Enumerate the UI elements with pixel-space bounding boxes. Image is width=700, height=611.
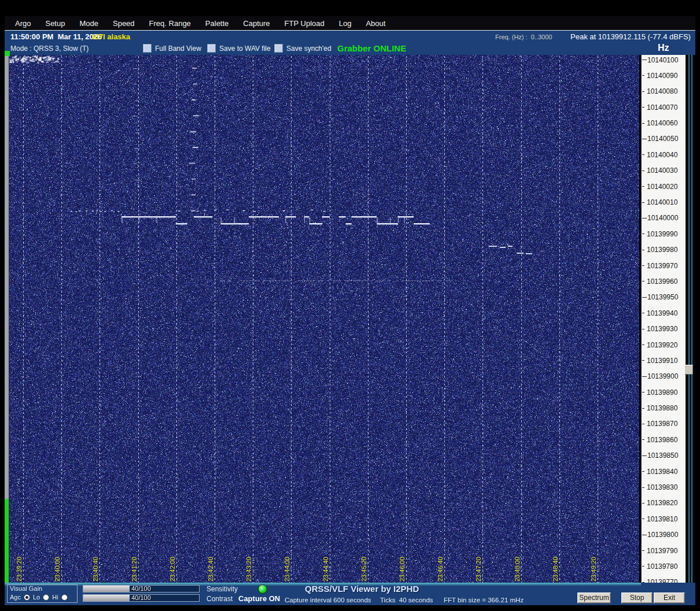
freq-axis-label: 10140040: [642, 151, 677, 158]
save-to-wav-checkbox[interactable]: [207, 44, 216, 53]
time-axis-label: 23:41:20: [131, 557, 138, 582]
full-band-view-checkbox[interactable]: [143, 44, 152, 53]
freq-axis-label: 10139990: [642, 230, 677, 238]
freq-tick: [642, 265, 644, 266]
menu-argo[interactable]: Argo: [15, 19, 31, 28]
grabber-online-status: Grabber ONLINE: [337, 43, 406, 53]
freq-tick: [642, 519, 644, 519]
freq-tick: [642, 154, 644, 155]
freq-axis-label: 10140000: [642, 214, 678, 222]
freq-tick: [642, 313, 644, 313]
freq-axis-label: 10139910: [642, 357, 677, 364]
save-synched-label: Save synch'ed: [286, 45, 331, 53]
menu-about[interactable]: About: [366, 19, 385, 28]
freq-tick: [642, 439, 644, 440]
freq-axis-label: 10139830: [642, 484, 677, 491]
freq-axis-label: 10139840: [642, 468, 677, 475]
visual-gain-title: Visual Gain: [10, 585, 42, 592]
freq-axis-label: 10139850: [642, 452, 678, 460]
freq-tick: [642, 424, 644, 424]
mode-row: Mode : QRSS 3, Slow (T) Full Band View S…: [5, 42, 695, 55]
freq-axis-label: 10139820: [642, 499, 677, 507]
freq-axis-label: 10139960: [642, 277, 677, 285]
freq-axis-label: 10140020: [642, 183, 677, 190]
capture-progress-bar: [5, 56, 9, 583]
contrast-value: 40/100: [83, 594, 199, 601]
freq-tick: [642, 503, 644, 503]
freq-axis-label: 10140100: [642, 56, 678, 64]
freq-axis-label: 10139890: [642, 388, 677, 396]
freq-scrollbar[interactable]: [686, 55, 695, 586]
freq-axis-label: 10139920: [642, 341, 677, 349]
sensitivity-value: 40/100: [83, 585, 199, 592]
freq-tick: [642, 202, 644, 203]
title-row: 11:50:00 PM Mar 11, 2026 kl7l alaska Fre…: [5, 30, 695, 42]
freq-tick: [642, 139, 647, 139]
app-title: QRSS/VLF Viewer by I2PHD: [305, 584, 419, 594]
menu-mode[interactable]: Mode: [79, 19, 98, 28]
freq-tick: [642, 345, 644, 345]
freq-axis-label: 10140030: [642, 167, 677, 175]
freq-tick: [642, 234, 644, 234]
time-axis-label: 23:44:40: [322, 557, 329, 582]
spectrogram-canvas[interactable]: [5, 55, 639, 583]
menu-log[interactable]: Log: [339, 19, 352, 28]
time-axis-label: 23:39:20: [16, 557, 23, 582]
capture-progress-fill: [5, 499, 9, 583]
sensitivity-label: Sensitivity: [207, 585, 238, 593]
freq-tick: [642, 360, 644, 361]
freq-tick: [642, 60, 647, 60]
menu-speed[interactable]: Speed: [113, 19, 135, 28]
hi-radio[interactable]: [61, 594, 68, 601]
capture-interval-info: Capture interval 600 seconds: [285, 597, 371, 603]
time-axis-label: 23:47:20: [475, 557, 482, 582]
freq-tick: [642, 566, 644, 566]
menu-freq-range[interactable]: Freq. Range: [149, 19, 191, 28]
scrollbar-rail: [688, 55, 690, 586]
menu-capture[interactable]: Capture: [243, 19, 270, 28]
menu-setup[interactable]: Setup: [45, 19, 65, 28]
freq-axis-label: 10139790: [642, 547, 677, 554]
freq-tick: [642, 281, 644, 282]
full-band-view-label: Full Band View: [155, 45, 201, 53]
spectrum-button[interactable]: Spectrum: [577, 593, 611, 603]
agc-radio[interactable]: [24, 594, 30, 601]
freq-axis-unit: Hz: [658, 43, 669, 53]
freq-axis-label: 10139970: [642, 262, 677, 269]
scrollbar-rail: [691, 55, 692, 586]
freq-tick: [642, 218, 647, 219]
contrast-label: Contrast: [207, 595, 233, 603]
freq-tick: [642, 487, 644, 488]
freq-tick: [642, 408, 644, 409]
freq-axis-label: 10139780: [642, 562, 677, 570]
stop-button[interactable]: Stop: [621, 593, 653, 603]
lo-radio[interactable]: [43, 594, 49, 601]
time-axis-label: 23:45:20: [360, 557, 367, 582]
clock-datetime: 11:50:00 PM Mar 11, 2026: [10, 32, 102, 41]
save-synched-checkbox[interactable]: [274, 44, 283, 53]
mode-label: Mode : QRSS 3, Slow (T): [10, 45, 89, 53]
freq-axis-label: 10139950: [642, 294, 678, 301]
freq-tick: [642, 91, 644, 92]
contrast-slider[interactable]: 40/100: [83, 594, 200, 602]
time-axis-label: 23:46:40: [437, 557, 444, 582]
argo-window: Argo Setup Mode Speed Freq. Range Palett…: [0, 0, 700, 611]
exit-button[interactable]: Exit: [654, 593, 685, 603]
freq-tick: [642, 535, 647, 535]
freq-scrollbar-thumb[interactable]: [684, 365, 693, 375]
sensitivity-slider[interactable]: 40/100: [83, 585, 200, 593]
time-axis-label: 23:49:20: [590, 557, 597, 582]
save-to-wav-label: Save to WAV file: [219, 45, 271, 53]
hi-radio-label: Hi: [52, 594, 58, 601]
time-axis-label: 23:46:00: [399, 557, 406, 582]
fft-bin-info: FFT bin size = 366.21 mHz: [444, 597, 524, 603]
time-axis-label: 23:44:00: [283, 557, 290, 582]
freq-axis-label: 10139880: [642, 405, 677, 412]
visual-gain-groupbox: Visual Gain Agc Lo Hi: [7, 584, 78, 603]
freq-axis-label: 10139870: [642, 420, 677, 428]
menu-ftp-upload[interactable]: FTP Upload: [285, 19, 325, 28]
time-axis-label: 23:48:00: [514, 557, 521, 582]
spectrogram-area: 23:39:2023:40:0023:40:4023:41:2023:42:00…: [5, 55, 639, 583]
time-axis-label: 23:48:40: [552, 557, 559, 582]
menu-palette[interactable]: Palette: [205, 19, 229, 28]
